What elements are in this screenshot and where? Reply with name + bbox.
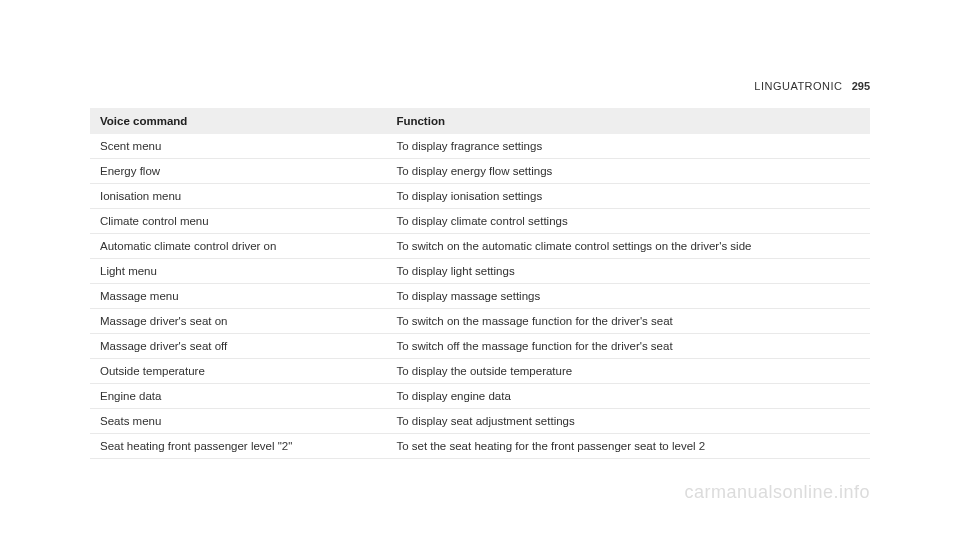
cell-function: To display climate control settings (386, 209, 870, 234)
table-row: Automatic climate control driver on To s… (90, 234, 870, 259)
table-row: Massage driver's seat off To switch off … (90, 334, 870, 359)
cell-function: To display energy flow settings (386, 159, 870, 184)
table-row: Seat heating front passenger level "2" T… (90, 434, 870, 459)
cell-voice-command: Climate control menu (90, 209, 386, 234)
page-header: LINGUATRONIC 295 (90, 80, 870, 95)
table-row: Massage menu To display massage settings (90, 284, 870, 309)
table-row: Outside temperature To display the outsi… (90, 359, 870, 384)
header-voice-command: Voice command (90, 108, 386, 134)
cell-voice-command: Massage menu (90, 284, 386, 309)
cell-voice-command: Massage driver's seat on (90, 309, 386, 334)
section-name: LINGUATRONIC (754, 80, 842, 92)
cell-function: To switch on the automatic climate contr… (386, 234, 870, 259)
cell-voice-command: Outside temperature (90, 359, 386, 384)
cell-function: To display seat adjustment settings (386, 409, 870, 434)
cell-voice-command: Scent menu (90, 134, 386, 159)
table-row: Climate control menu To display climate … (90, 209, 870, 234)
cell-function: To set the seat heating for the front pa… (386, 434, 870, 459)
table-header-row: Voice command Function (90, 108, 870, 134)
table-row: Energy flow To display energy flow setti… (90, 159, 870, 184)
cell-voice-command: Massage driver's seat off (90, 334, 386, 359)
cell-function: To display fragrance settings (386, 134, 870, 159)
table-row: Massage driver's seat on To switch on th… (90, 309, 870, 334)
table-row: Seats menu To display seat adjustment se… (90, 409, 870, 434)
header-function: Function (386, 108, 870, 134)
cell-function: To switch off the massage function for t… (386, 334, 870, 359)
cell-voice-command: Seat heating front passenger level "2" (90, 434, 386, 459)
cell-voice-command: Light menu (90, 259, 386, 284)
voice-command-table: Voice command Function Scent menu To dis… (90, 108, 870, 459)
cell-function: To switch on the massage function for th… (386, 309, 870, 334)
watermark: carmanualsonline.info (684, 482, 870, 503)
cell-function: To display massage settings (386, 284, 870, 309)
cell-function: To display light settings (386, 259, 870, 284)
cell-voice-command: Ionisation menu (90, 184, 386, 209)
cell-voice-command: Energy flow (90, 159, 386, 184)
table-row: Ionisation menu To display ionisation se… (90, 184, 870, 209)
table-row: Engine data To display engine data (90, 384, 870, 409)
table-row: Scent menu To display fragrance settings (90, 134, 870, 159)
page-number: 295 (852, 80, 870, 92)
table-row: Light menu To display light settings (90, 259, 870, 284)
cell-function: To display ionisation settings (386, 184, 870, 209)
cell-voice-command: Engine data (90, 384, 386, 409)
content-area: Voice command Function Scent menu To dis… (90, 108, 870, 459)
cell-function: To display engine data (386, 384, 870, 409)
cell-voice-command: Seats menu (90, 409, 386, 434)
cell-voice-command: Automatic climate control driver on (90, 234, 386, 259)
cell-function: To display the outside temperature (386, 359, 870, 384)
